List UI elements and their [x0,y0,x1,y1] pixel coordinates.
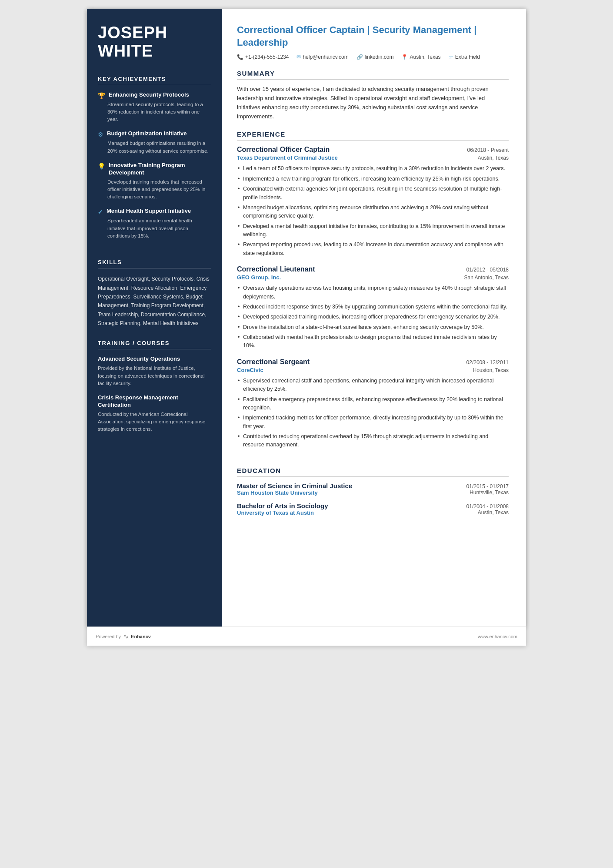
bullet-1-2: Implemented a new training program for o… [237,175,509,183]
edu-location-1: Huntsville, Texas [470,489,509,496]
bullet-1-3: Coordinated with external agencies for j… [237,185,509,202]
experience-section: EXPERIENCE Correctional Officer Captain … [237,131,509,457]
exp-location-1: Austin, Texas [478,155,509,161]
bullet-2-2: Reduced incident response times by 35% b… [237,303,509,311]
exp-company-row-2: GEO Group, Inc. San Antonio, Texas [237,274,509,281]
footer: Powered by ∿ Enhancv www.enhancv.com [87,627,526,646]
experience-title: EXPERIENCE [237,131,509,141]
education-section: EDUCATION Master of Science in Criminal … [237,467,509,522]
linkedin-text: linkedin.com [365,54,394,60]
trophy-icon: 🏆 [98,92,105,99]
edu-dates-1: 01/2015 - 01/2017 [466,483,509,489]
exp-item-2: Correctional Lieutenant 01/2012 - 05/201… [237,265,509,350]
skills-section: SKILLS Operational Oversight, Security P… [98,259,211,328]
achievements-title: KEY ACHIEVEMENTS [98,76,211,85]
exp-position-1: Correctional Officer Captain [237,146,330,154]
exp-location-3: Houston, Texas [473,367,509,373]
training-desc-1: Provided by the National Institute of Ju… [98,365,211,387]
main-content: Correctional Officer Captain | Security … [222,9,526,627]
candidate-name: JOSEPH WHITE [98,24,211,60]
skills-title: SKILLS [98,259,211,268]
location-icon: 📍 [401,54,408,60]
edu-degree-2: Bachelor of Arts in Sociology [237,502,328,509]
achievement-title-3: Innovative Training Program Development [109,162,211,177]
summary-title: SUMMARY [237,70,509,80]
job-title: Correctional Officer Captain | Security … [237,24,509,49]
phone-item: 📞 +1-(234)-555-1234 [237,54,289,60]
exp-header-1: Correctional Officer Captain 06/2018 - P… [237,146,509,154]
edu-school-1: Sam Houston State University [237,489,318,496]
job-title-block: Correctional Officer Captain | Security … [237,24,509,49]
achievement-desc-3: Developed training modules that increase… [107,178,211,201]
training-item-2: Crisis Response Management Certification… [98,394,211,433]
bullet-2-5: Collaborated with mental health professi… [237,333,509,350]
edu-dates-2: 01/2004 - 01/2008 [466,503,509,509]
exp-position-2: Correctional Lieutenant [237,265,315,273]
exp-dates-2: 01/2012 - 05/2018 [466,267,509,273]
achievement-item-1: 🏆 Enhancing Security Protocols Streamlin… [98,91,211,124]
exp-company-1: Texas Department of Criminal Justice [237,154,338,161]
achievement-title-1: Enhancing Security Protocols [109,91,189,99]
extra-field-item: ☆ Extra Field [449,54,480,60]
phone-text: +1-(234)-555-1234 [245,54,289,60]
checkmark-icon: ✔ [98,208,103,215]
linkedin-icon: 🔗 [356,54,363,60]
summary-text: With over 15 years of experience, I am d… [237,85,509,121]
achievement-desc-2: Managed budget optimizations resulting i… [107,140,211,155]
edu-header-1: Master of Science in Criminal Justice 01… [237,482,509,489]
bullet-3-1: Supervised correctional staff and operat… [237,377,509,394]
exp-item-1: Correctional Officer Captain 06/2018 - P… [237,146,509,258]
star-icon: ☆ [449,54,453,60]
exp-header-3: Correctional Sergeant 02/2008 - 12/2011 [237,358,509,366]
achievements-section: KEY ACHIEVEMENTS 🏆 Enhancing Security Pr… [98,76,211,247]
bullet-3-2: Facilitated the emergency preparedness d… [237,395,509,412]
edu-degree-1: Master of Science in Criminal Justice [237,482,352,489]
resume-container: JOSEPH WHITE KEY ACHIEVEMENTS 🏆 Enhancin… [87,9,526,627]
footer-website: www.enhancv.com [478,634,517,639]
location-text: Austin, Texas [410,54,440,60]
achievement-item-3: 💡 Innovative Training Program Developmen… [98,162,211,201]
achievement-title-4: Mental Health Support Initiative [107,208,191,215]
training-desc-2: Conducted by the American Correctional A… [98,411,211,433]
edu-school-row-1: Sam Houston State University Huntsville,… [237,489,509,496]
linkedin-item: 🔗 linkedin.com [356,54,394,60]
edu-item-2: Bachelor of Arts in Sociology 01/2004 - … [237,502,509,516]
achievement-item-2: ⚙ Budget Optimization Initiative Managed… [98,130,211,155]
email-item: ✉ help@enhancv.com [297,54,348,60]
training-section: TRAINING / COURSES Advanced Security Ope… [98,340,211,440]
achievement-header-2: ⚙ Budget Optimization Initiative [98,130,211,138]
training-title-2: Crisis Response Management Certification [98,394,211,409]
achievement-header-3: 💡 Innovative Training Program Developmen… [98,162,211,177]
achievement-item-4: ✔ Mental Health Support Initiative Spear… [98,208,211,240]
exp-company-3: CoreCivic [237,367,263,373]
exp-company-2: GEO Group, Inc. [237,274,281,281]
powered-by-label: Powered by [96,634,121,639]
edu-school-2: University of Texas at Austin [237,509,314,516]
edu-item-1: Master of Science in Criminal Justice 01… [237,482,509,496]
training-title-1: Advanced Security Operations [98,355,211,363]
name-block: JOSEPH WHITE [98,24,211,60]
exp-dates-3: 02/2008 - 12/2011 [466,359,509,365]
exp-header-2: Correctional Lieutenant 01/2012 - 05/201… [237,265,509,273]
bullet-1-5: Developed a mental health support initia… [237,222,509,239]
email-icon: ✉ [297,54,301,60]
bullet-3-3: Implemented tracking metrics for officer… [237,414,509,431]
skills-text: Operational Oversight, Security Protocol… [98,275,211,328]
gear-icon: ⚙ [98,131,103,138]
bullet-2-3: Developed specialized training modules, … [237,313,509,321]
bullet-3-4: Contributed to reducing operational over… [237,432,509,449]
edu-school-row-2: University of Texas at Austin Austin, Te… [237,509,509,516]
exp-bullets-3: Supervised correctional staff and operat… [237,377,509,449]
achievement-header-1: 🏆 Enhancing Security Protocols [98,91,211,99]
achievement-desc-1: Streamlined security protocols, leading … [107,101,211,124]
email-text: help@enhancv.com [303,54,348,60]
extra-field-text: Extra Field [455,54,480,60]
exp-item-3: Correctional Sergeant 02/2008 - 12/2011 … [237,358,509,449]
summary-section: SUMMARY With over 15 years of experience… [237,70,509,121]
brand-name: Enhancv [131,634,151,639]
bullet-2-4: Drove the installation of a state-of-the… [237,323,509,332]
exp-location-2: San Antonio, Texas [464,275,509,281]
exp-company-row-1: Texas Department of Criminal Justice Aus… [237,154,509,161]
lightbulb-icon: 💡 [98,163,105,170]
achievement-header-4: ✔ Mental Health Support Initiative [98,208,211,215]
